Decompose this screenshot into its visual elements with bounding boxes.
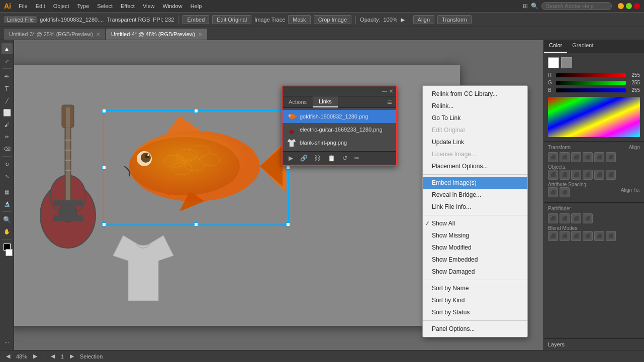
menu-item-go-to-link[interactable]: Go To Link (423, 112, 527, 124)
status-nav-right[interactable]: ▶ (31, 353, 39, 359)
align-center-h-btn[interactable]: ⬛ (560, 152, 570, 162)
more-options-icon[interactable]: ▶ (401, 17, 405, 23)
dist-center-v-btn[interactable]: ⬛ (594, 170, 604, 180)
menu-item-reveal-bridge[interactable]: Reveal in Bridge... (423, 189, 527, 201)
tab-untitled-3[interactable]: Untitled-3* @ 25% (RGB/Preview) ✕ (4, 29, 105, 40)
tool-gradient[interactable]: ▦ (2, 186, 13, 197)
menu-file[interactable]: File (15, 2, 31, 10)
menu-item-sort-status[interactable]: Sort by Status (423, 306, 527, 318)
mask-button[interactable]: Mask (288, 15, 310, 24)
fill-color-box[interactable] (548, 57, 559, 68)
menu-object[interactable]: Object (50, 2, 73, 10)
dist-right-btn[interactable]: ⬛ (571, 170, 581, 180)
page-nav-right[interactable]: ▶ (68, 353, 76, 359)
links-panel-menu-btn[interactable]: ☰ (383, 97, 396, 107)
links-panel-minimize-btn[interactable]: — (382, 88, 387, 94)
tool-more[interactable]: ··· (2, 337, 13, 348)
transform-button[interactable]: Transform (437, 15, 472, 24)
tool-rect[interactable]: ⬜ (2, 107, 13, 118)
tab-actions[interactable]: Actions (283, 97, 313, 107)
align-right-btn[interactable]: ⬛ (571, 152, 581, 162)
links-panel-close-btn[interactable]: ✕ (389, 88, 393, 94)
menu-item-show-embedded[interactable]: Show Embedded (423, 254, 527, 266)
tab-links[interactable]: Links (313, 96, 338, 107)
menu-item-placement-options[interactable]: Placement Options... (423, 160, 527, 172)
tool-rotate[interactable]: ↻ (2, 159, 13, 170)
bm-btn-3[interactable]: ⬛ (571, 231, 581, 241)
color-spectrum[interactable] (548, 97, 640, 137)
tool-hand[interactable]: ✋ (2, 226, 13, 237)
links-update-btn[interactable]: ↺ (340, 154, 349, 163)
tab-untitled-4[interactable]: Untitled-4* @ 48% (RGB/Preview) ✕ (106, 29, 207, 40)
bm-btn-5[interactable]: ⬛ (594, 231, 604, 241)
tab-close-untitled-4[interactable]: ✕ (198, 32, 202, 37)
pf-minus-btn[interactable]: ⬛ (560, 213, 570, 223)
bm-btn-1[interactable]: ⬛ (548, 231, 558, 241)
menu-item-show-modified[interactable]: Show Modified (423, 242, 527, 254)
align-center-v-btn[interactable]: ⬛ (594, 152, 604, 162)
handle-bm[interactable] (194, 222, 198, 226)
menu-edit[interactable]: Edit (32, 2, 49, 10)
menu-select[interactable]: Select (94, 2, 116, 10)
image-trace-label[interactable]: Image Trace (254, 17, 285, 23)
tool-eraser[interactable]: ⌫ (2, 143, 13, 154)
menu-item-embed-images[interactable]: Embed Image(s) (423, 177, 527, 189)
tool-paintbrush[interactable]: 🖌 (2, 119, 13, 130)
dist-left-btn[interactable]: ⬛ (548, 170, 558, 180)
links-info-btn[interactable]: 📋 (326, 154, 337, 163)
tool-line[interactable]: ╱ (2, 95, 13, 106)
menu-effect[interactable]: Effect (117, 2, 138, 10)
search-input[interactable] (541, 2, 612, 10)
dist-bottom-btn[interactable]: ⬛ (606, 170, 616, 180)
dist-top-btn[interactable]: ⬛ (583, 170, 593, 180)
channel-g-slider[interactable] (556, 81, 626, 85)
menu-type[interactable]: Type (74, 2, 93, 10)
tool-direct-select[interactable]: ⤢ (2, 55, 13, 66)
menu-item-link-file-info[interactable]: Link File Info... (423, 201, 527, 213)
menu-help[interactable]: Help (187, 2, 206, 10)
align-left-btn[interactable]: ⬛ (548, 152, 558, 162)
workspace-icon[interactable]: ⊞ (523, 3, 528, 10)
page-nav-left[interactable]: ◀ (49, 353, 57, 359)
layers-panel-tab[interactable]: Layers (544, 338, 644, 350)
align-bottom-btn[interactable]: ⬛ (606, 152, 616, 162)
channel-r-slider[interactable] (556, 73, 626, 77)
tool-scale[interactable]: ⤡ (2, 171, 13, 182)
stroke-color-box[interactable] (561, 57, 572, 68)
bm-btn-4[interactable]: ⬛ (583, 231, 593, 241)
tool-select[interactable]: ▲ (2, 43, 13, 54)
dist-center-h-btn[interactable]: ⬛ (560, 170, 570, 180)
menu-item-relink-cc[interactable]: Relink from CC Library... (423, 88, 527, 100)
menu-item-show-damaged[interactable]: Show Damaged (423, 266, 527, 278)
menu-item-update-link[interactable]: Update Link (423, 136, 527, 148)
menu-item-relink[interactable]: Relink... (423, 100, 527, 112)
handle-br[interactable] (286, 222, 290, 226)
list-item-shirt[interactable]: blank-shirt-png.png (283, 136, 396, 149)
tool-pen[interactable]: ✒ (2, 71, 13, 82)
bm-btn-2[interactable]: ⬛ (560, 231, 570, 241)
pf-intersect-btn[interactable]: ⬛ (571, 213, 581, 223)
list-item-guitar[interactable]: electric-guitar-1669233_1280.png (283, 123, 396, 136)
menu-item-sort-name[interactable]: Sort by Name (423, 282, 527, 294)
pf-exclude-btn[interactable]: ⬛ (583, 213, 593, 223)
maximize-button[interactable] (626, 3, 632, 9)
align-button[interactable]: Align (413, 15, 434, 24)
handle-mr[interactable] (286, 166, 290, 170)
channel-g-value[interactable]: 255 (628, 80, 640, 85)
close-button[interactable] (634, 3, 640, 9)
menu-item-panel-options[interactable]: Panel Options... (423, 323, 527, 335)
spacing-h-btn[interactable]: ⬛ (548, 187, 558, 197)
crop-image-button[interactable]: Crop Image (314, 15, 351, 24)
tab-close-untitled-3[interactable]: ✕ (96, 32, 100, 37)
channel-r-value[interactable]: 255 (628, 72, 640, 78)
tool-zoom[interactable]: 🔍 (2, 214, 13, 225)
links-play-btn[interactable]: ▶ (287, 154, 295, 163)
menu-item-show-all[interactable]: ✓ Show All (423, 217, 527, 229)
menu-window[interactable]: Window (159, 2, 186, 10)
links-edit-btn[interactable]: ✏ (352, 154, 361, 163)
embed-button[interactable]: Embed (182, 15, 209, 24)
tab-gradient[interactable]: Gradient (567, 40, 598, 53)
menu-item-show-missing[interactable]: Show Missing (423, 229, 527, 242)
tab-color[interactable]: Color (544, 40, 567, 53)
align-top-btn[interactable]: ⬛ (583, 152, 593, 162)
